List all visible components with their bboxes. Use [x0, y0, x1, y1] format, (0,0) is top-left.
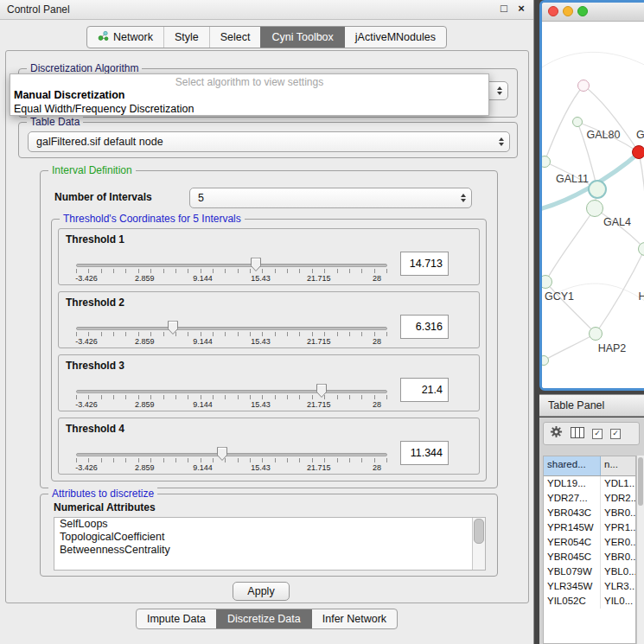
table-cell-name[interactable]: YLR3... [601, 579, 635, 594]
tab-select[interactable]: Select [209, 27, 261, 48]
table-cell-name[interactable]: YIL0... [601, 594, 635, 609]
float-window-icon[interactable]: □ [497, 2, 511, 15]
column-header-shared-name[interactable]: shared... [544, 456, 601, 475]
checkbox-icon-2[interactable]: ✓ [610, 429, 621, 439]
tab-jactivemnodules[interactable]: jActiveMNodules [344, 27, 446, 48]
network-node[interactable] [588, 180, 607, 199]
table-panel: ✓ ✓ shared... n... YDL19...YDL1...YDR27.… [539, 418, 644, 644]
table-cell-shared-name[interactable]: YIL052C [544, 594, 601, 609]
slider-track[interactable] [76, 327, 387, 330]
table-row[interactable]: YLR345WYLR3... [544, 579, 635, 594]
table-cell-shared-name[interactable]: YBL079W [544, 564, 601, 579]
slider-ticks [76, 458, 387, 462]
popup-option-equal-width-frequency[interactable]: Equal Width/Frequency Discretization [10, 102, 488, 116]
close-icon[interactable]: × [514, 2, 528, 15]
close-traffic-light-icon[interactable] [548, 6, 558, 16]
threshold-value-field[interactable]: 6.316 [400, 315, 449, 339]
table-cell-shared-name[interactable]: YER054C [544, 535, 601, 550]
popup-option-manual-discretization[interactable]: Manual Discretization [10, 88, 488, 102]
table-cell-name[interactable]: YBL0... [601, 564, 635, 579]
network-node[interactable] [589, 327, 603, 341]
tab-style[interactable]: Style [163, 27, 209, 48]
table-row[interactable]: YBR043CYBR0... [544, 506, 635, 520]
bottom-tabbar: Impute Data Discretize Data Infer Networ… [0, 609, 533, 629]
threshold-slider[interactable]: -3.4262.8599.14415.4321.71528 [76, 383, 387, 411]
slider-thumb-icon[interactable] [250, 257, 262, 272]
table-cell-shared-name[interactable]: YDR27... [544, 491, 601, 506]
scale-tick-label: 15.43 [251, 337, 271, 346]
table-cell-shared-name[interactable]: YBR045C [544, 550, 601, 564]
slider-track[interactable] [76, 264, 387, 267]
table-scrollbar[interactable] [636, 456, 644, 644]
threshold-value-field[interactable]: 11.344 [400, 441, 449, 465]
table-row[interactable]: YER054CYER0... [544, 535, 635, 550]
network-node[interactable] [572, 117, 583, 127]
threshold-slider[interactable]: -3.4262.8599.14415.4321.71528 [76, 320, 387, 348]
numerical-attributes-label: Numerical Attributes [54, 501, 156, 513]
attributes-list[interactable]: SelfLoopsTopologicalCoefficientBetweenne… [54, 517, 486, 571]
thresholds-group-title: Threshold's Coordinates for 5 Intervals [60, 213, 245, 225]
zoom-traffic-light-icon[interactable] [577, 6, 588, 16]
combo-arrows-icon[interactable] [497, 86, 502, 95]
table-scroll-thumb[interactable] [638, 457, 643, 506]
network-node[interactable] [632, 145, 644, 159]
table-cell-name[interactable]: YBR0... [601, 506, 635, 520]
gear-icon[interactable] [550, 425, 563, 442]
network-node[interactable] [586, 200, 603, 217]
tab-network[interactable]: Network [87, 27, 163, 48]
control-panel-titlebar[interactable]: Control Panel □ × [0, 0, 533, 20]
slider-thumb-icon[interactable] [316, 383, 328, 399]
threshold-slider[interactable]: -3.4262.8599.14415.4321.71528 [76, 446, 387, 474]
minimize-traffic-light-icon[interactable] [563, 6, 573, 16]
network-canvas[interactable]: GAL80GAGAL11GAL4GCY1HHAP2 [542, 22, 644, 388]
network-window-titlebar[interactable] [542, 3, 644, 22]
number-of-intervals-value: 5 [198, 192, 204, 204]
node-label: GCY1 [545, 290, 574, 303]
number-of-intervals-spinner[interactable]: 5 [189, 188, 472, 208]
column-header-name[interactable]: n... [601, 456, 635, 475]
attribute-list-item[interactable]: BetweennessCentrality [54, 544, 485, 557]
interval-definition-title: Interval Definition [48, 164, 136, 176]
table-cell-shared-name[interactable]: YPR145W [544, 520, 601, 535]
attribute-list-item[interactable]: TopologicalCoefficient [54, 531, 485, 544]
network-node[interactable] [577, 80, 590, 92]
network-view-window[interactable]: GAL80GAGAL11GAL4GCY1HHAP2 [539, 0, 644, 391]
apply-button[interactable]: Apply [233, 582, 290, 601]
column-chooser-icon[interactable] [571, 426, 584, 442]
spinner-arrows-icon[interactable] [461, 194, 466, 202]
attribute-list-item[interactable]: SelfLoops [54, 518, 485, 531]
combo-arrows-icon[interactable] [499, 137, 504, 146]
list-scroll-thumb[interactable] [474, 519, 484, 544]
threshold-value-field[interactable]: 14.713 [400, 252, 449, 276]
table-cell-name[interactable]: YBR0... [601, 550, 635, 564]
table-cell-name[interactable]: YER0... [601, 535, 635, 550]
table-cell-shared-name[interactable]: YDL19... [544, 476, 601, 491]
table-row[interactable]: YDR27...YDR2... [544, 491, 635, 506]
window-title: Control Panel [7, 3, 70, 16]
table-cell-name[interactable]: YDR2... [601, 491, 635, 506]
checkbox-icon-1[interactable]: ✓ [592, 429, 603, 439]
tab-impute-data-label: Impute Data [147, 613, 206, 625]
threshold-slider[interactable]: -3.4262.8599.14415.4321.71528 [76, 257, 387, 284]
table-cell-shared-name[interactable]: YBR043C [544, 506, 601, 520]
tab-discretize-data[interactable]: Discretize Data [216, 609, 311, 628]
tab-cyni-toolbox[interactable]: Cyni Toolbox [260, 27, 343, 48]
table-row[interactable]: YIL052CYIL0... [544, 594, 635, 609]
table-cell-shared-name[interactable]: YLR345W [544, 579, 601, 594]
table-cell-name[interactable]: YPR1... [601, 520, 635, 535]
tab-infer-network[interactable]: Infer Network [311, 609, 397, 628]
slider-thumb-icon[interactable] [216, 446, 228, 462]
slider-track[interactable] [76, 390, 387, 393]
slider-track[interactable] [76, 453, 387, 456]
table-row[interactable]: YDL19...YDL1... [544, 476, 635, 491]
slider-thumb-icon[interactable] [167, 320, 179, 335]
table-cell-name[interactable]: YDL1... [601, 476, 635, 491]
tab-impute-data[interactable]: Impute Data [137, 609, 216, 628]
table-row[interactable]: YPR145WYPR1... [544, 520, 635, 535]
table-data-dropdown[interactable]: galFiltered.sif default node [28, 131, 510, 152]
threshold-value-field[interactable]: 21.4 [400, 378, 449, 402]
list-scrollbar[interactable] [472, 518, 485, 570]
table-row[interactable]: YBL079WYBL0... [544, 564, 635, 579]
table-row[interactable]: YBR045CYBR0... [544, 550, 635, 564]
tab-select-label: Select [220, 31, 251, 43]
